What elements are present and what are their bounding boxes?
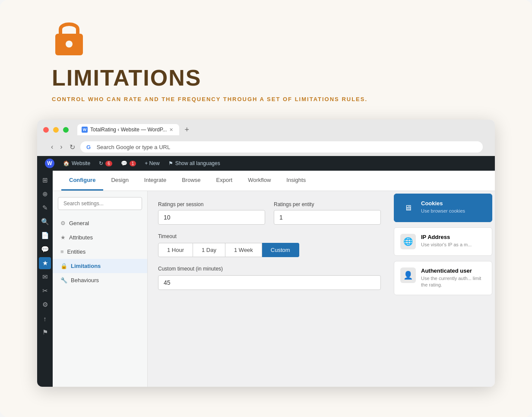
browser-chrome: W TotalRating ‹ Website — WordP... ✕ + ‹…: [37, 120, 495, 156]
sidebar-item-limitations-label: Limitations: [71, 263, 101, 269]
sidebar-icon-tools[interactable]: ✂: [39, 285, 51, 297]
custom-timeout-section: Custom timeout (in minutes): [158, 266, 381, 290]
wp-comments-item[interactable]: 💬 1: [117, 156, 141, 171]
timeout-buttons: 1 Hour 1 Day 1 Week Custom: [158, 243, 381, 257]
wp-comments-badge: 1: [130, 161, 136, 166]
back-button[interactable]: ‹: [49, 142, 55, 152]
sidebar-icon-wp[interactable]: ⊞: [39, 174, 51, 186]
fullscreen-dot[interactable]: [63, 127, 69, 133]
tab-export[interactable]: Export: [209, 171, 241, 191]
settings-search-input[interactable]: [58, 197, 142, 210]
wp-updates-badge: 6: [105, 161, 112, 166]
ratings-per-session-input[interactable]: [158, 210, 265, 225]
plugin-main: Configure Design Integrate Browse Export…: [53, 171, 495, 387]
sidebar-item-behaviours[interactable]: 🔧 Behaviours: [53, 273, 147, 287]
sidebar-icon-posts[interactable]: ✎: [39, 202, 51, 214]
ratings-per-entity-label: Ratings per entity: [274, 201, 381, 207]
hero-subtitle: CONTROL WHO CAN RATE AND THE FREQUENCY T…: [52, 96, 367, 102]
sidebar-item-behaviours-label: Behaviours: [71, 277, 99, 283]
tab-insights[interactable]: Insights: [279, 171, 314, 191]
tabs-bar: W TotalRating ‹ Website — WordP... ✕ +: [77, 124, 193, 135]
wp-logo-item[interactable]: W: [41, 156, 59, 171]
plugin-body: ⊞ ⊕ ✎ 🔍 📄 💬 ★ ✉ ✂ ⚙ ↑ ⚑ Configure Design: [37, 171, 495, 387]
reload-button[interactable]: ↻: [68, 142, 77, 152]
wp-website-label: Website: [72, 160, 90, 166]
wp-comments-icon: 💬: [121, 160, 127, 166]
timeout-1hour-button[interactable]: 1 Hour: [158, 243, 193, 257]
settings-content: Ratings per session Ratings per entity T…: [148, 191, 391, 387]
auth-user-icon: 👤: [400, 267, 416, 283]
ratings-field-group: Ratings per session Ratings per entity: [158, 201, 381, 225]
sidebar-icon-media[interactable]: 🔍: [39, 216, 51, 228]
timeout-1week-button[interactable]: 1 Week: [225, 243, 262, 257]
ip-title: IP Address: [421, 234, 472, 240]
sidebar-item-attributes[interactable]: ★ Attributes: [53, 230, 147, 245]
svg-text:G: G: [86, 144, 91, 150]
plugin-tabs: Configure Design Integrate Browse Export…: [53, 171, 495, 191]
auth-user-desc: Use the currently auth... limit the rati…: [421, 275, 486, 289]
ip-icon: 🌐: [400, 234, 416, 249]
address-bar[interactable]: G Search Google or type a URL: [80, 141, 483, 153]
timeout-1day-button[interactable]: 1 Day: [193, 243, 225, 257]
favicon-icon: W: [82, 127, 88, 133]
svg-point-1: [66, 41, 73, 48]
wp-updates-item[interactable]: ↻ 6: [95, 156, 117, 171]
wp-languages-icon: ⚑: [168, 160, 173, 166]
tab-title: TotalRating ‹ Website — WordP...: [90, 127, 167, 133]
forward-button[interactable]: ›: [58, 142, 64, 152]
new-tab-button[interactable]: +: [181, 124, 193, 135]
ratings-per-entity-input[interactable]: [274, 210, 381, 225]
sidebar-icon-pages[interactable]: 📄: [39, 229, 51, 242]
limitations-panel: 🖥 Cookies Use browser cookies 🌐 IP Addre…: [391, 191, 495, 387]
tab-browse[interactable]: Browse: [174, 171, 208, 191]
auth-user-title: Authenticated user: [421, 267, 486, 274]
sidebar-icon-mail[interactable]: ✉: [39, 271, 51, 283]
minimize-dot[interactable]: [53, 127, 59, 133]
sidebar-item-general[interactable]: ⚙ General: [53, 216, 147, 230]
wp-languages-item[interactable]: ⚑ Show all languages: [164, 156, 225, 171]
behaviours-icon: 🔧: [60, 277, 67, 283]
tab-configure[interactable]: Configure: [61, 171, 103, 191]
page-wrapper: LIMITATIONS CONTROL WHO CAN RATE AND THE…: [0, 0, 532, 417]
tab-integrate[interactable]: Integrate: [136, 171, 174, 191]
custom-timeout-input[interactable]: [158, 275, 381, 290]
timeout-section: Timeout 1 Hour 1 Day 1 Week Custom: [158, 233, 381, 257]
lock-icon: [52, 17, 86, 56]
sidebar-icon-upload[interactable]: ↑: [39, 312, 51, 325]
sidebar-item-general-label: General: [69, 220, 89, 226]
limitation-card-cookies[interactable]: 🖥 Cookies Use browser cookies: [394, 194, 492, 222]
ip-desc: Use visitor's IP as a m...: [421, 242, 472, 248]
hero-title: LIMITATIONS: [52, 65, 201, 91]
custom-timeout-label: Custom timeout (in minutes): [158, 266, 381, 272]
browser-titlebar: W TotalRating ‹ Website — WordP... ✕ +: [43, 124, 489, 135]
wp-new-item[interactable]: + New: [140, 156, 164, 171]
browser-tab-active[interactable]: W TotalRating ‹ Website — WordP... ✕: [77, 124, 179, 135]
ratings-per-entity-block: Ratings per entity: [274, 201, 381, 225]
sidebar-icon-ratings[interactable]: ★: [39, 257, 51, 269]
cookies-icon: 🖥: [400, 200, 416, 216]
sidebar-item-attributes-label: Attributes: [69, 234, 93, 241]
wp-home-icon: 🏠: [63, 160, 70, 166]
cookies-desc: Use browser cookies: [421, 208, 465, 214]
sidebar-icon-settings[interactable]: ⚙: [39, 299, 51, 311]
sidebar-item-limitations[interactable]: 🔒 Limitations: [53, 259, 147, 273]
tab-workflow[interactable]: Workflow: [240, 171, 279, 191]
wp-website-item[interactable]: 🏠 Website: [59, 156, 95, 171]
timeout-label: Timeout: [158, 233, 381, 239]
tab-close-button[interactable]: ✕: [169, 127, 173, 133]
limitation-card-ip[interactable]: 🌐 IP Address Use visitor's IP as a m...: [394, 227, 492, 256]
sidebar-item-entities[interactable]: ≡ Entities: [53, 245, 147, 259]
tab-design[interactable]: Design: [103, 171, 136, 191]
close-dot[interactable]: [43, 127, 49, 133]
general-icon: ⚙: [60, 220, 66, 226]
sidebar-icon-translate[interactable]: ⚑: [39, 326, 51, 338]
sidebar-icon-dashboard[interactable]: ⊕: [39, 188, 51, 200]
timeout-custom-button[interactable]: Custom: [262, 243, 299, 257]
limitation-card-auth-user[interactable]: 👤 Authenticated user Use the currently a…: [394, 261, 492, 295]
address-text: Search Google or type a URL: [97, 144, 171, 150]
wp-new-label: + New: [145, 160, 159, 166]
google-icon: G: [86, 143, 93, 150]
sidebar-icon-comments[interactable]: 💬: [39, 243, 51, 255]
attributes-icon: ★: [60, 234, 66, 241]
ratings-per-session-block: Ratings per session: [158, 201, 265, 225]
